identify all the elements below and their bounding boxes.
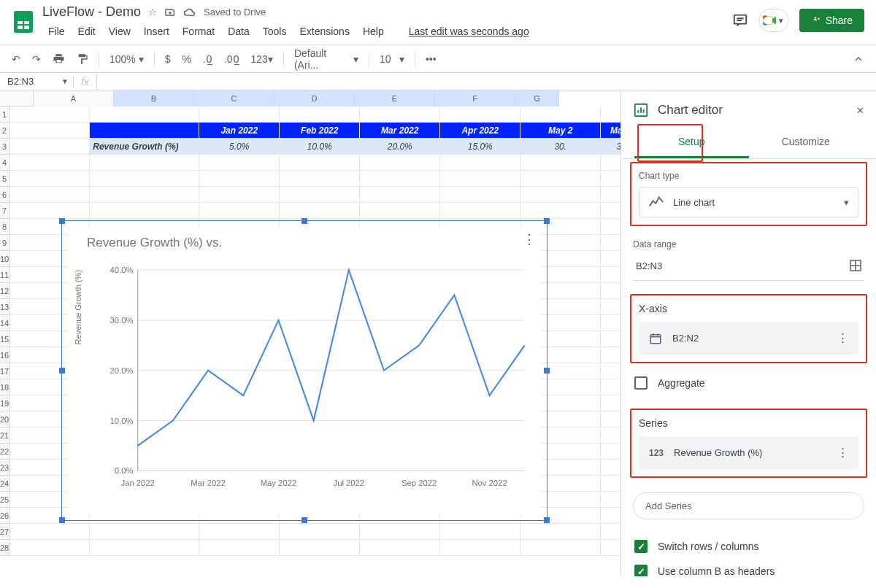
cell[interactable] [601, 524, 620, 539]
meet-button[interactable]: ▼ [758, 9, 789, 32]
menu-view[interactable]: View [103, 23, 137, 40]
last-edit[interactable]: Last edit was seconds ago [403, 23, 535, 40]
cell[interactable] [440, 540, 520, 555]
cell[interactable] [280, 171, 360, 186]
row-header[interactable]: 10 [0, 251, 9, 267]
cell[interactable] [601, 187, 620, 202]
cell[interactable] [601, 347, 620, 363]
cell[interactable]: May 2 [601, 123, 620, 138]
cell[interactable] [601, 203, 620, 218]
row-header[interactable]: 7 [0, 203, 9, 219]
menu-extensions[interactable]: Extensions [293, 23, 355, 40]
cell[interactable] [601, 395, 620, 411]
cell[interactable] [280, 203, 360, 218]
cell[interactable] [601, 267, 620, 282]
cell[interactable] [440, 171, 520, 186]
redo-icon[interactable]: ↷ [28, 50, 45, 68]
cell[interactable] [90, 155, 199, 170]
row-header[interactable]: 12 [0, 283, 9, 299]
grid-select-icon[interactable] [850, 260, 861, 271]
cell[interactable] [601, 155, 620, 170]
formula-bar[interactable] [96, 73, 876, 90]
cell[interactable]: Apr 2022 [440, 123, 520, 138]
row-header[interactable]: 13 [0, 299, 9, 315]
cell[interactable] [601, 460, 620, 475]
cell[interactable] [9, 139, 90, 154]
chart-type-select[interactable]: Line chart ▾ [639, 187, 858, 217]
cell[interactable] [520, 171, 601, 186]
cell[interactable] [199, 107, 280, 122]
move-icon[interactable] [164, 7, 176, 18]
col-header-f[interactable]: F [435, 90, 515, 107]
cell[interactable] [90, 203, 199, 218]
xaxis-more-icon[interactable]: ⋮ [837, 330, 848, 346]
col-header-a[interactable]: A [34, 90, 114, 107]
row-header[interactable]: 23 [0, 460, 9, 476]
cell[interactable] [199, 155, 280, 170]
menu-data[interactable]: Data [222, 23, 256, 40]
cell[interactable] [601, 251, 620, 266]
cell[interactable] [520, 203, 601, 218]
font-size[interactable]: 10▾ [375, 50, 409, 68]
row-header[interactable]: 28 [0, 540, 9, 556]
cell[interactable] [90, 524, 199, 539]
use-col-b-checkbox[interactable]: ✓Use column B as headers [633, 559, 864, 576]
cell[interactable] [601, 107, 620, 122]
cell[interactable] [199, 524, 280, 539]
cell[interactable] [520, 187, 601, 202]
row-header[interactable]: 20 [0, 411, 9, 428]
cell[interactable] [360, 155, 440, 170]
cell[interactable] [90, 171, 199, 186]
currency-icon[interactable]: $ [161, 50, 175, 68]
cell[interactable] [440, 155, 520, 170]
row-header[interactable]: 25 [0, 492, 9, 508]
more-formats-icon[interactable]: 123▾ [247, 50, 277, 68]
dec-increase-icon[interactable]: .00̲ [220, 50, 244, 68]
cell[interactable] [601, 428, 620, 443]
cell[interactable] [440, 524, 520, 539]
switch-rows-checkbox[interactable]: ✓Switch rows / columns [633, 534, 864, 559]
cell[interactable] [90, 187, 199, 202]
cell[interactable] [360, 540, 440, 555]
cell[interactable]: 15.0% [440, 139, 520, 154]
tab-customize[interactable]: Customize [749, 127, 864, 158]
cell[interactable] [601, 379, 620, 395]
share-button[interactable]: Share [799, 9, 864, 32]
cell[interactable] [90, 107, 199, 122]
cell[interactable] [90, 540, 199, 555]
cell[interactable]: Feb 2022 [280, 123, 360, 138]
cell[interactable]: Revenue Growth (%) [90, 139, 199, 154]
cell[interactable] [199, 540, 280, 555]
cell[interactable] [440, 187, 520, 202]
cell[interactable]: 30. [520, 139, 601, 154]
col-header-d[interactable]: D [274, 90, 355, 107]
chart-menu-icon[interactable]: ⋮ [523, 231, 535, 247]
row-header[interactable]: 18 [0, 379, 9, 395]
series-more-icon[interactable]: ⋮ [837, 445, 848, 460]
col-header-e[interactable]: E [355, 90, 435, 107]
row-header[interactable]: 14 [0, 315, 9, 331]
row-header[interactable]: 4 [0, 155, 9, 171]
row-header[interactable]: 8 [0, 219, 9, 235]
menu-format[interactable]: Format [177, 23, 220, 40]
data-range-value[interactable]: B2:N3 [636, 260, 662, 271]
menu-file[interactable]: File [42, 23, 71, 40]
row-header[interactable]: 9 [0, 235, 9, 251]
menu-insert[interactable]: Insert [138, 23, 175, 40]
menu-help[interactable]: Help [357, 23, 390, 40]
cell[interactable] [601, 492, 620, 507]
cell[interactable] [9, 540, 90, 555]
series-chip[interactable]: 123 Revenue Growth (%) ⋮ [639, 436, 858, 469]
cell[interactable]: 10.0% [280, 139, 360, 154]
cell[interactable] [280, 187, 360, 202]
cell[interactable] [280, 524, 360, 539]
cell[interactable] [90, 123, 199, 138]
star-icon[interactable]: ☆ [148, 7, 157, 18]
cell[interactable] [280, 107, 360, 122]
cell[interactable] [9, 107, 90, 122]
row-header[interactable]: 2 [0, 123, 9, 139]
cell[interactable] [520, 155, 601, 170]
percent-icon[interactable]: % [178, 50, 196, 68]
row-header[interactable]: 24 [0, 476, 9, 492]
cell[interactable] [9, 203, 90, 218]
